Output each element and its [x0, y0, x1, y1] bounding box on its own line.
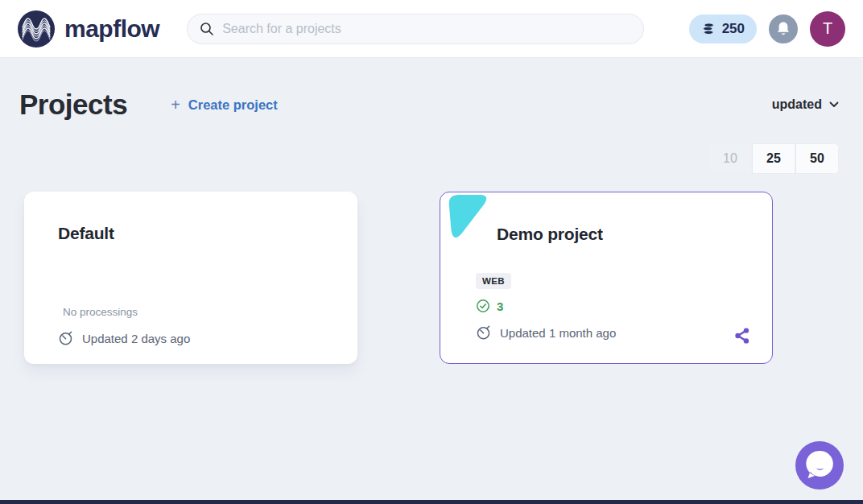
project-title: Default — [58, 224, 338, 243]
create-project-label: Create project — [188, 97, 278, 113]
project-title: Demo project — [497, 225, 753, 244]
updated-text: Updated 2 days ago — [82, 332, 190, 345]
page-title: Projects — [19, 89, 127, 121]
page-size-row: 10 25 50 — [24, 143, 839, 174]
main-content: Projects + Create project updated 10 25 … — [0, 89, 863, 364]
share-icon — [733, 327, 751, 345]
brand-logo[interactable]: mapflow — [18, 10, 159, 48]
brand-name: mapflow — [64, 15, 159, 43]
page-size-25[interactable]: 25 — [752, 143, 795, 174]
updated-row: Updated 1 month ago — [476, 324, 753, 341]
top-header: mapflow 250 — [0, 0, 863, 58]
bell-icon — [769, 14, 798, 43]
updated-row: Updated 2 days ago — [58, 330, 338, 346]
sort-dropdown[interactable]: updated — [772, 97, 839, 112]
success-count: 3 — [497, 300, 503, 313]
search-icon — [200, 22, 214, 36]
footer-edge-bar — [0, 500, 863, 504]
chat-widget-button[interactable] — [795, 441, 844, 490]
user-avatar[interactable]: T — [810, 11, 845, 47]
coin-stack-icon — [701, 22, 716, 36]
header-actions: 250 T — [689, 11, 845, 47]
plus-icon: + — [171, 96, 180, 114]
credits-count: 250 — [722, 21, 745, 37]
page-size-control: 10 25 50 — [708, 143, 839, 174]
avatar-initial: T — [823, 19, 832, 38]
project-cards: Default No processings Updated 2 days ag… — [24, 192, 839, 364]
search-bar — [187, 14, 644, 44]
sort-label: updated — [772, 97, 822, 112]
notifications-button[interactable] — [769, 14, 798, 43]
card-meta: No processings Updated 2 days ago — [58, 306, 338, 346]
create-project-button[interactable]: + Create project — [171, 96, 278, 114]
share-button[interactable] — [730, 324, 754, 350]
updated-text: Updated 1 month ago — [500, 326, 616, 340]
chevron-down-icon — [829, 101, 839, 108]
page-size-10[interactable]: 10 — [708, 143, 752, 174]
wave-logo-icon — [18, 10, 55, 48]
title-row: Projects + Create project updated — [24, 89, 839, 121]
page-size-50[interactable]: 50 — [795, 143, 839, 174]
timer-clock-icon — [58, 330, 74, 346]
credits-badge[interactable]: 250 — [689, 14, 757, 43]
chat-bubble-icon — [795, 441, 844, 490]
check-circle-icon — [476, 299, 490, 313]
processings-status: No processings — [63, 306, 338, 318]
web-badge: WEB — [476, 273, 511, 289]
project-card-demo[interactable]: Demo project WEB 3 Updated 1 mont — [440, 192, 773, 364]
app-window: mapflow 250 — [0, 0, 863, 504]
success-count-row: 3 — [476, 299, 753, 313]
search-input[interactable] — [222, 22, 631, 36]
project-card-default[interactable]: Default No processings Updated 2 days ag… — [24, 192, 357, 364]
timer-clock-icon — [476, 324, 492, 341]
project-cyan-shape-icon — [448, 194, 490, 241]
